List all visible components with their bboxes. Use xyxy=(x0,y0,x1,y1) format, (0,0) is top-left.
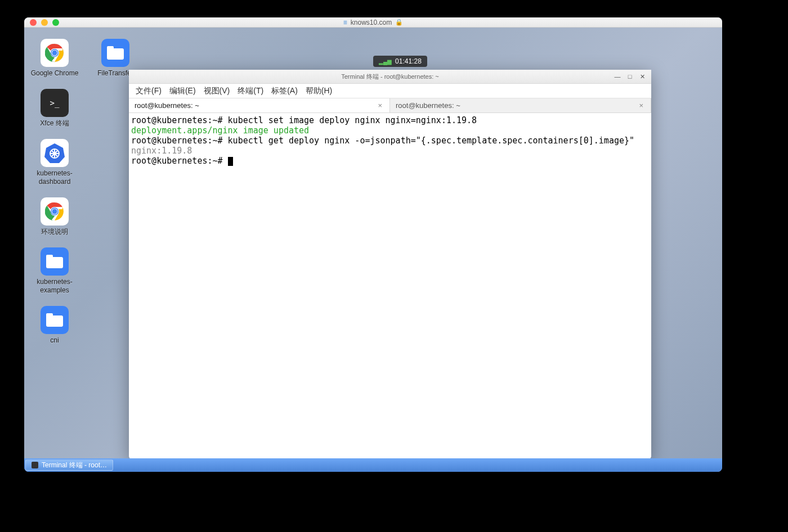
desktop-icon-label: Xfce 终端 xyxy=(40,119,69,128)
prompt: root@kubernetes:~# xyxy=(131,115,223,125)
close-window-button[interactable] xyxy=(30,19,37,26)
output: deployment.apps/nginx image updated xyxy=(131,125,649,136)
folder-icon xyxy=(41,306,69,334)
tab-label: root@kubernetes: ~ xyxy=(396,101,460,110)
desktop-icon-k8s-examples[interactable]: kubernetes-examples xyxy=(30,247,79,295)
command: kubectl get deploy nginx -o=jsonpath="{.… xyxy=(223,136,635,146)
browser-urlbar[interactable]: ≡ knows10.com 🔒 xyxy=(343,19,403,26)
terminal-icon: >_ xyxy=(41,89,69,117)
desktop-icon-xfce-terminal[interactable]: >_ Xfce 终端 xyxy=(30,89,79,128)
command: kubectl set image deploy nginx nginx=ngi… xyxy=(223,115,477,125)
menu-view[interactable]: 视图(V) xyxy=(200,84,234,98)
desktop-icon-label: kubernetes-dashboard xyxy=(30,169,79,186)
terminal-menubar: 文件(F) 编辑(E) 视图(V) 终端(T) 标签(A) 帮助(H) xyxy=(129,84,651,98)
url-host: knows10.com xyxy=(351,19,392,26)
taskbar-item-terminal[interactable]: Terminal 终端 - root… xyxy=(25,459,113,471)
terminal-tabs: root@kubernetes: ~ × root@kubernetes: ~ … xyxy=(129,98,651,113)
desktop-icons: Google Chrome FileTransfer >_ Xfce 终端 xyxy=(30,39,140,345)
folder-icon xyxy=(101,39,129,67)
prompt: root@kubernetes:~# xyxy=(131,136,223,146)
terminal-tab-2[interactable]: root@kubernetes: ~ × xyxy=(390,98,651,112)
clock-chip: ▂▄▆ 01:41:28 xyxy=(373,56,427,67)
desktop-icon-label: kubernetes-examples xyxy=(30,278,79,295)
signal-icon: ▂▄▆ xyxy=(379,58,392,65)
terminal-tab-1[interactable]: root@kubernetes: ~ × xyxy=(129,98,390,112)
cursor xyxy=(228,157,233,166)
terminal-title: Terminal 终端 - root@kubernetes: ~ xyxy=(341,73,438,81)
maximize-button[interactable]: □ xyxy=(624,71,635,82)
clock-time: 01:41:28 xyxy=(395,57,422,65)
svg-point-16 xyxy=(52,209,57,214)
remote-desktop: ▂▄▆ 01:41:28 Google Chrome FileTransfer xyxy=(24,28,722,472)
desktop-icon-k8s-dashboard[interactable]: kubernetes-dashboard xyxy=(30,139,79,186)
menu-edit[interactable]: 编辑(E) xyxy=(166,84,199,98)
traffic-lights xyxy=(30,19,59,26)
menu-tabs[interactable]: 标签(A) xyxy=(268,84,301,98)
menu-terminal[interactable]: 终端(T) xyxy=(234,84,267,98)
chrome-icon xyxy=(41,39,69,67)
lock-icon: 🔒 xyxy=(395,19,403,26)
desktop-icon-label: cni xyxy=(50,336,59,345)
desktop-icon-cni[interactable]: cni xyxy=(30,306,79,345)
terminal-window: Terminal 终端 - root@kubernetes: ~ — □ ✕ 文… xyxy=(129,70,651,459)
minimize-window-button[interactable] xyxy=(41,19,48,26)
folder-icon xyxy=(41,247,69,276)
terminal-body[interactable]: root@kubernetes:~# kubectl set image dep… xyxy=(129,113,651,459)
tab-close-icon[interactable]: × xyxy=(637,101,645,110)
browser-titlebar: ≡ knows10.com 🔒 xyxy=(24,17,722,28)
desktop-icon-label: FileTransfer xyxy=(97,69,133,78)
svg-point-4 xyxy=(52,51,57,56)
site-settings-icon: ≡ xyxy=(343,19,347,26)
chrome-icon xyxy=(41,197,69,226)
svg-rect-6 xyxy=(107,46,114,51)
prompt: root@kubernetes:~# xyxy=(131,156,223,166)
menu-help[interactable]: 帮助(H) xyxy=(302,84,335,98)
svg-rect-18 xyxy=(46,255,53,259)
desktop-icon-chrome[interactable]: Google Chrome xyxy=(30,39,79,78)
close-button[interactable]: ✕ xyxy=(637,71,648,82)
tab-close-icon[interactable]: × xyxy=(376,101,384,110)
minimize-button[interactable]: — xyxy=(612,71,623,82)
output: nginx:1.19.8 xyxy=(131,146,649,156)
svg-rect-20 xyxy=(46,313,53,318)
tab-label: root@kubernetes: ~ xyxy=(135,101,199,110)
terminal-titlebar[interactable]: Terminal 终端 - root@kubernetes: ~ — □ ✕ xyxy=(129,70,651,84)
kubernetes-icon xyxy=(41,139,69,167)
desktop-icon-label: Google Chrome xyxy=(31,69,79,78)
menu-file[interactable]: 文件(F) xyxy=(132,84,165,98)
desktop-icon-env-readme[interactable]: 环境说明 xyxy=(30,197,79,236)
desktop-icon-label: 环境说明 xyxy=(41,228,68,236)
browser-window: ≡ knows10.com 🔒 ▂▄▆ 01:41:28 Google Chro… xyxy=(24,17,722,472)
taskbar: Terminal 终端 - root… xyxy=(24,458,722,472)
maximize-window-button[interactable] xyxy=(52,19,59,26)
taskbar-item-label: Terminal 终端 - root… xyxy=(42,461,107,470)
terminal-icon xyxy=(32,462,38,468)
